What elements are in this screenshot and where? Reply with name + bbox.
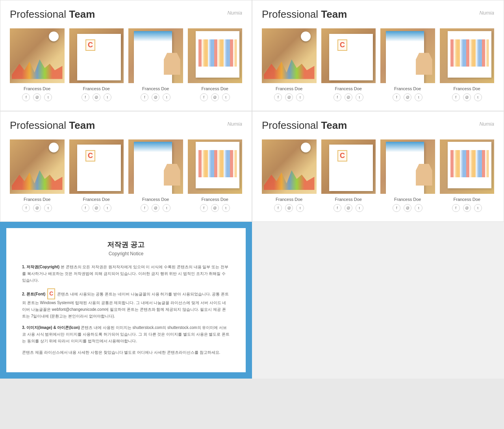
facebook-icon-1-2[interactable]: f	[82, 93, 89, 101]
email-icon-1-3[interactable]: @	[152, 93, 159, 101]
member-photo-4-3	[380, 139, 435, 194]
bottom-section: 저작권 공고 Copyright Notice 1. 저작권(Copyright…	[0, 222, 252, 379]
member-photo-1-1	[10, 28, 65, 83]
twitter-icon-2-2[interactable]: t	[356, 93, 363, 101]
twitter-icon-1-3[interactable]: t	[163, 93, 170, 101]
copyright-section-footer: 콘텐츠 제품 라이선스에서 내용 사세한 사항은 찾았습니다 별도로 어디에나 …	[22, 349, 230, 356]
member-icons-3-3: f @ t	[141, 204, 170, 212]
facebook-icon-4-2[interactable]: f	[334, 204, 341, 212]
facebook-icon-1-4[interactable]: f	[200, 93, 208, 101]
email-icon-1-1[interactable]: @	[33, 93, 41, 101]
card-title-2: Professional Team	[262, 8, 347, 20]
member-name-1-2: Francess Doe	[83, 86, 110, 91]
facebook-icon-4-3[interactable]: f	[393, 204, 400, 212]
member-icons-4-3: f @ t	[393, 204, 422, 212]
twitter-icon-1-1[interactable]: t	[44, 93, 52, 101]
member-icons-2-3: f @ t	[393, 93, 422, 101]
member-photo-2-1	[262, 28, 317, 83]
team-member-3-2: Francess Doe f @ t	[69, 139, 124, 212]
twitter-icon-3-2[interactable]: t	[104, 204, 111, 212]
facebook-icon-3-4[interactable]: f	[200, 204, 208, 212]
member-name-2-2: Francess Doe	[335, 86, 362, 91]
member-name-3-2: Francess Doe	[83, 197, 110, 202]
twitter-icon-2-1[interactable]: t	[296, 93, 304, 101]
twitter-icon-2-3[interactable]: t	[415, 93, 422, 101]
facebook-icon-1-3[interactable]: f	[141, 93, 148, 101]
email-icon-2-1[interactable]: @	[285, 93, 293, 101]
facebook-icon-2-3[interactable]: f	[393, 93, 400, 101]
member-icons-2-2: f @ t	[334, 93, 363, 101]
team-member-1-3: Francess Doe f @ t	[128, 28, 183, 101]
copyright-title: 저작권 공고	[22, 240, 230, 249]
member-name-4-4: Francess Doe	[454, 197, 480, 202]
member-icons-3-4: f @ t	[200, 204, 230, 212]
member-photo-2-3	[380, 28, 435, 83]
twitter-icon-4-4[interactable]: t	[474, 204, 482, 212]
facebook-icon-4-1[interactable]: f	[274, 204, 282, 212]
twitter-icon-3-3[interactable]: t	[163, 204, 170, 212]
member-photo-3-1	[10, 139, 65, 194]
card-title-4: Professional Team	[262, 119, 347, 132]
member-name-1-4: Francess Doe	[202, 86, 228, 91]
twitter-icon-1-4[interactable]: t	[222, 93, 230, 101]
email-icon-2-3[interactable]: @	[404, 93, 411, 101]
email-icon-3-3[interactable]: @	[152, 204, 159, 212]
card-title-1: Professional Team	[10, 8, 95, 20]
member-icons-3-2: f @ t	[82, 204, 111, 212]
twitter-icon-4-3[interactable]: t	[415, 204, 422, 212]
card-header-2: Professional Team Numia	[262, 8, 494, 20]
card-title-bold-4: Team	[321, 119, 347, 131]
member-name-3-3: Francess Doe	[142, 197, 169, 202]
email-icon-2-2[interactable]: @	[345, 93, 352, 101]
twitter-icon-3-4[interactable]: t	[222, 204, 230, 212]
email-icon-3-1[interactable]: @	[33, 204, 41, 212]
team-member-4-4: Francess Doe f @ t	[440, 139, 495, 212]
twitter-icon-4-2[interactable]: t	[356, 204, 363, 212]
twitter-icon-2-4[interactable]: t	[474, 93, 482, 101]
member-name-4-1: Francess Doe	[276, 197, 302, 202]
member-photo-1-4	[188, 28, 243, 83]
member-name-2-1: Francess Doe	[276, 86, 302, 91]
copyright-section-1: 1. 저작권(Copyright) 본 콘텐츠의 모든 저작권은 원저작자에게 …	[22, 264, 230, 284]
card-brand-3: Numia	[227, 121, 242, 127]
email-icon-1-4[interactable]: @	[211, 93, 219, 101]
email-icon-2-4[interactable]: @	[463, 93, 471, 101]
email-icon-3-4[interactable]: @	[211, 204, 219, 212]
team-member-2-4: Francess Doe f @ t	[440, 28, 495, 101]
team-member-4-3: Francess Doe f @ t	[380, 139, 435, 212]
member-icons-2-1: f @ t	[274, 93, 304, 101]
member-photo-4-4	[440, 139, 495, 194]
facebook-icon-3-3[interactable]: f	[141, 204, 148, 212]
twitter-icon-1-2[interactable]: t	[104, 93, 111, 101]
facebook-icon-3-2[interactable]: f	[82, 204, 89, 212]
email-icon-3-2[interactable]: @	[93, 204, 100, 212]
team-member-2-1: Francess Doe f @ t	[262, 28, 317, 101]
facebook-icon-2-2[interactable]: f	[334, 93, 341, 101]
twitter-icon-3-1[interactable]: t	[44, 204, 52, 212]
member-icons-2-4: f @ t	[452, 93, 482, 101]
member-photo-2-4	[440, 28, 495, 83]
email-icon-1-2[interactable]: @	[93, 93, 100, 101]
team-member-1-1: Francess Doe f @ t	[10, 28, 65, 101]
member-name-2-4: Francess Doe	[454, 86, 480, 91]
member-name-3-1: Francess Doe	[24, 197, 50, 202]
facebook-icon-4-4[interactable]: f	[452, 204, 460, 212]
bottom-right-empty	[252, 222, 504, 379]
card-title-bold-2: Team	[321, 8, 347, 20]
facebook-icon-3-1[interactable]: f	[22, 204, 30, 212]
twitter-icon-4-1[interactable]: t	[296, 204, 304, 212]
member-icons-1-4: f @ t	[200, 93, 230, 101]
card-header-1: Professional Team Numia	[10, 8, 242, 20]
email-icon-4-1[interactable]: @	[285, 204, 293, 212]
facebook-icon-1-1[interactable]: f	[22, 93, 30, 101]
team-member-4-2: Francess Doe f @ t	[321, 139, 376, 212]
email-icon-4-2[interactable]: @	[345, 204, 352, 212]
facebook-icon-2-1[interactable]: f	[274, 93, 282, 101]
member-name-1-1: Francess Doe	[24, 86, 50, 91]
email-icon-4-4[interactable]: @	[463, 204, 471, 212]
member-photo-3-4	[188, 139, 243, 194]
member-icons-1-1: f @ t	[22, 93, 52, 101]
facebook-icon-2-4[interactable]: f	[452, 93, 460, 101]
team-grid-1: Francess Doe f @ t Francess Doe f @ t Fr…	[10, 28, 242, 101]
email-icon-4-3[interactable]: @	[404, 204, 411, 212]
